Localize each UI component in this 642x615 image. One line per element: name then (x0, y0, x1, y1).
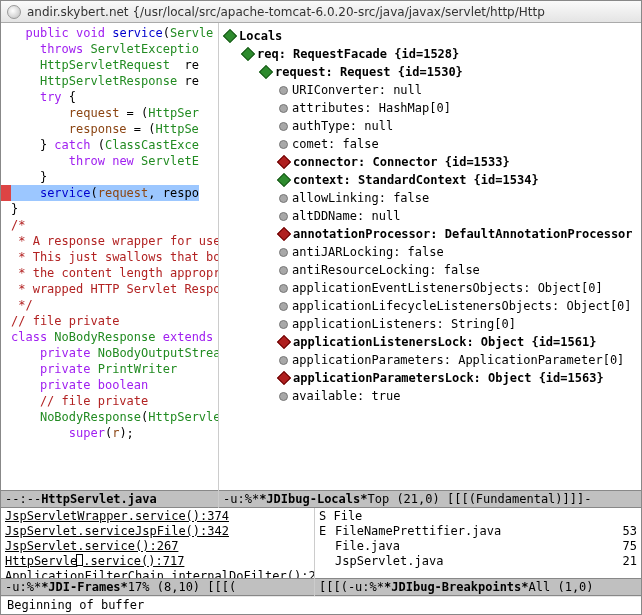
code-line[interactable]: super(r); (11, 425, 214, 441)
tree-node[interactable]: antiJARLocking: false (225, 243, 635, 261)
file-line-num: 21 (609, 554, 637, 569)
code-line[interactable]: } catch (ClassCastExce (11, 137, 214, 153)
locals-tree[interactable]: Locals req: RequestFacade {id=1528}reque… (219, 23, 641, 490)
modeline-prefix: -u:%* (5, 580, 41, 594)
code-line[interactable]: response = (HttpSe (11, 121, 214, 137)
breakpoints-modeline: [[[(-u:%* *JDIbug-Breakpoints* All (1,0) (315, 578, 641, 596)
code-line[interactable]: private PrintWriter (11, 361, 214, 377)
tree-node[interactable]: applicationEventListenersObjects: Object… (225, 279, 635, 297)
diamond-icon (259, 65, 273, 79)
code-line[interactable]: // file private (11, 393, 214, 409)
tree-node[interactable]: attributes: HashMap[0] (225, 99, 635, 117)
tree-node[interactable]: antiResourceLocking: false (225, 261, 635, 279)
code-line[interactable]: * wrapped HTTP Servlet Respon (11, 281, 214, 297)
tree-node[interactable]: applicationListeners: String[0] (225, 315, 635, 333)
tree-node[interactable]: available: true (225, 387, 635, 405)
file-name: File.java (335, 539, 609, 554)
locals-modeline: -u:%* *JDIbug-Locals* Top (21,0) [[[(Fun… (219, 490, 641, 508)
tree-node[interactable]: authType: null (225, 117, 635, 135)
tree-node[interactable]: context: StandardContext {id=1534} (225, 171, 635, 189)
tree-node[interactable]: annotationProcessor: DefaultAnnotationPr… (225, 225, 635, 243)
modeline-buffer-name: HttpServlet.java (41, 492, 157, 506)
tree-node[interactable]: altDDName: null (225, 207, 635, 225)
tree-node-label: request: Request {id=1530} (275, 63, 463, 81)
editor-window: andir.skybert.net {/usr/local/src/apache… (0, 0, 642, 615)
code-line[interactable]: service(request, respo (11, 185, 214, 201)
code-line[interactable]: NoBodyResponse(HttpServlet (11, 409, 214, 425)
echo-area: Beginning of buffer (1, 596, 641, 614)
modeline-prefix: [[[(-u:%* (319, 580, 384, 594)
source-pane[interactable]: public void service(Servle throws Servle… (1, 23, 219, 508)
modeline-prefix: -u:%* (223, 492, 259, 506)
frames-pane[interactable]: JspServletWrapper.service():374JspServle… (1, 508, 315, 596)
code-line[interactable]: HttpServletRequest re (11, 57, 214, 73)
file-flag (319, 554, 335, 569)
tree-node[interactable]: applicationLifecycleListenersObjects: Ob… (225, 297, 635, 315)
tree-node[interactable]: applicationListenersLock: Object {id=156… (225, 333, 635, 351)
files-list[interactable]: S File EFileNamePrettifier.java53 File.j… (315, 508, 641, 578)
locals-pane[interactable]: Locals req: RequestFacade {id=1528}reque… (219, 23, 641, 508)
code-line[interactable]: } (11, 169, 214, 185)
tree-node-label: available: true (292, 387, 400, 405)
code-line[interactable]: } (11, 201, 214, 217)
circle-icon (279, 284, 288, 293)
file-line-num: 53 (609, 524, 637, 539)
modeline-tail: All (1,0) (529, 580, 594, 594)
code-line[interactable]: private NoBodyOutputStream (11, 345, 214, 361)
tree-node[interactable]: applicationParameters: ApplicationParame… (225, 351, 635, 369)
tree-node[interactable]: connector: Connector {id=1533} (225, 153, 635, 171)
tree-node[interactable]: req: RequestFacade {id=1528} (225, 45, 635, 63)
frames-list[interactable]: JspServletWrapper.service():374JspServle… (1, 508, 314, 578)
frame-row[interactable]: JspServlet.serviceJspFile():342 (5, 524, 310, 539)
code-line[interactable]: * This just swallows that bod (11, 249, 214, 265)
tree-node[interactable]: comet: false (225, 135, 635, 153)
code-line[interactable]: HttpServletResponse re (11, 73, 214, 89)
frame-row[interactable]: JspServlet.service():267 (5, 539, 310, 554)
frame-row[interactable]: ApplicationFilterChain.internalDoFilter(… (5, 569, 310, 578)
tree-node[interactable]: request: Request {id=1530} (225, 63, 635, 81)
tree-node[interactable]: URIConverter: null (225, 81, 635, 99)
tree-node-label: altDDName: null (292, 207, 400, 225)
circle-icon (279, 266, 288, 275)
code-line[interactable]: * A response wrapper for use (11, 233, 214, 249)
diamond-icon (277, 335, 291, 349)
code-line[interactable]: try { (11, 89, 214, 105)
file-flag (319, 539, 335, 554)
code-line[interactable]: private boolean (11, 377, 214, 393)
circle-icon (279, 104, 288, 113)
modeline-tail: Top (21,0) [[[(Fundamental)]]]- (368, 492, 592, 506)
diamond-icon (223, 29, 237, 43)
locals-header-row: Locals (225, 27, 635, 45)
tree-node[interactable]: allowLinking: false (225, 189, 635, 207)
window-system-icon (7, 5, 21, 19)
tree-node[interactable]: applicationParametersLock: Object {id=15… (225, 369, 635, 387)
source-code-area[interactable]: public void service(Servle throws Servle… (1, 23, 218, 490)
window-title: andir.skybert.net {/usr/local/src/apache… (27, 5, 545, 19)
bottom-split: JspServletWrapper.service():374JspServle… (1, 508, 641, 596)
code-line[interactable]: class NoBodyResponse extends H (11, 329, 214, 345)
diamond-icon (241, 47, 255, 61)
code-line[interactable]: public void service(Servle (11, 25, 214, 41)
modeline-buffer-name: *JDI-Frames* (41, 580, 128, 594)
file-row[interactable]: File.java75 (319, 539, 637, 554)
frame-row[interactable]: HttpServle.service():717 (5, 554, 310, 569)
code-line[interactable]: */ (11, 297, 214, 313)
diamond-icon (277, 371, 291, 385)
code-line[interactable]: throws ServletExceptio (11, 41, 214, 57)
files-pane[interactable]: S File EFileNamePrettifier.java53 File.j… (315, 508, 641, 596)
file-row[interactable]: JspServlet.java21 (319, 554, 637, 569)
circle-icon (279, 122, 288, 131)
tree-node-label: URIConverter: null (292, 81, 422, 99)
code-line[interactable]: // file private (11, 313, 214, 329)
code-line[interactable]: /* (11, 217, 214, 233)
tree-node-label: authType: null (292, 117, 393, 135)
circle-icon (279, 320, 288, 329)
window-titlebar[interactable]: andir.skybert.net {/usr/local/src/apache… (1, 1, 641, 23)
file-row[interactable]: EFileNamePrettifier.java53 (319, 524, 637, 539)
modeline-buffer-name: *JDIbug-Breakpoints* (384, 580, 529, 594)
code-line[interactable]: throw new ServletE (11, 153, 214, 169)
frame-row[interactable]: JspServletWrapper.service():374 (5, 509, 310, 524)
tree-node-label: applicationListeners: String[0] (292, 315, 516, 333)
code-line[interactable]: request = (HttpSer (11, 105, 214, 121)
code-line[interactable]: * the content length appropri (11, 265, 214, 281)
